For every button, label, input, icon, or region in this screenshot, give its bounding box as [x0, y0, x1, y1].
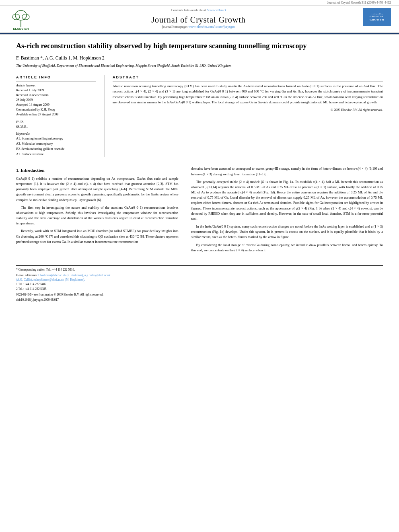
doi-line: doi:10.1016/j.jcrysgro.2009.08.017 [16, 298, 383, 302]
accepted-date: Accepted 14 August 2009 [16, 103, 96, 107]
keywords-label: Keywords: [16, 132, 96, 136]
body-col-left: 1. Introduction GaAs(0 0 1) exhibits a n… [16, 166, 185, 255]
abstract-label: ABSTRACT [113, 75, 383, 79]
body-para-3: Recently, work with an STM integrated in… [16, 228, 179, 244]
abstract-col: ABSTRACT Atomic resolution scanning tunn… [105, 75, 383, 157]
homepage-url[interactable]: www.elsevier.com/locate/jcrysgro [189, 25, 235, 29]
journal-citation: Journal of Crystal Growth 311 (2009) 447… [327, 1, 391, 4]
keyword-4: A1. Surface structure [16, 152, 96, 157]
available-online: Available online 27 August 2009 [16, 112, 96, 117]
pacs-label: PACS: [16, 120, 96, 124]
main-body: 1. Introduction GaAs(0 0 1) exhibits a n… [0, 161, 399, 260]
received-revised: Received in revised form28 July 2009 [16, 93, 96, 103]
header-middle: ELSEVIER Contents lists available at Sci… [0, 6, 399, 33]
note1: 1 Tel.: +44 114 222 5407. [16, 282, 383, 286]
keyword-1: A1. Scanning tunnelling microscopy [16, 136, 96, 142]
keyword-2: A3. Molecular beam epitaxy [16, 142, 96, 147]
received-date: Received 1 July 2009 [16, 88, 96, 93]
affiliation: The University of Sheffield, Department … [16, 64, 383, 68]
email-line2: (A.G. Cullis), m.hopkinson@shef.ac.uk (M… [16, 277, 383, 282]
keywords-section: Keywords: A1. Scanning tunnelling micros… [16, 132, 96, 157]
reviewed-by-text: reviewed by [371, 13, 383, 15]
communicated-by: Communicated by K.H. Ploog [16, 107, 96, 112]
body-col-right: domains have been assumed to correspond … [185, 166, 383, 255]
header-top-bar: Journal of Crystal Growth 311 (2009) 447… [0, 0, 399, 6]
sciencedirect-link[interactable]: ScienceDirect [207, 8, 226, 12]
body-para-4: domains have been assumed to correspond … [191, 166, 383, 177]
body-para-5: The generally accepted stable (2 × 4) mo… [191, 179, 383, 222]
note2: 2 Tel.: +44 114 222 5385. [16, 287, 383, 291]
homepage-text: journal homepage: www.elsevier.com/locat… [42, 25, 355, 29]
pacs-section: PACS: 68.35.B– [16, 120, 96, 129]
journal-name: Journal of Crystal Growth [42, 15, 355, 25]
body-para-1: GaAs(0 0 1) exhibits a number of reconst… [16, 176, 179, 203]
elsevier-logo: ELSEVIER [8, 8, 34, 31]
pacs-value: 68.35.B– [16, 125, 96, 129]
svg-text:ELSEVIER: ELSEVIER [13, 27, 29, 30]
article-title: As-rich reconstruction stability observe… [16, 41, 383, 51]
logo-title: CRYSTALGROWTH [370, 15, 384, 22]
body-para-2: The first step in investigating the natu… [16, 205, 179, 226]
history-label: Article history: [16, 84, 96, 87]
section1-title: 1. Introduction [16, 167, 179, 174]
body-para-6: In the InAs/GaAs(0 0 1) system, many suc… [191, 224, 383, 240]
divider1 [16, 82, 96, 82]
page-wrapper: Journal of Crystal Growth 311 (2009) 447… [0, 0, 399, 532]
email-line: E-mail addresses: f.bastiman@shef.ac.uk … [16, 273, 383, 277]
authors: F. Bastiman *, A.G. Cullis 1, M. Hopkins… [16, 55, 383, 61]
abstract-text: Atomic resolution scanning tunnelling mi… [113, 84, 383, 105]
contents-available: Contents lists available at ScienceDirec… [42, 8, 355, 12]
article-info-abstract-section: ARTICLE INFO Article history: Received 1… [0, 71, 399, 161]
footer-section: * Corresponding author. Tel.: +44 114 22… [0, 262, 399, 305]
divider2 [113, 82, 383, 82]
issn-line: 0022-0248/$ - see front matter © 2009 El… [16, 293, 383, 296]
keyword-3: B2. Semiconducting gallium arsenide [16, 147, 96, 152]
header-center-block: Contents lists available at ScienceDirec… [34, 8, 363, 29]
body-para-7: By considering the local storage of exce… [191, 242, 383, 253]
crystal-growth-logo: reviewed by CRYSTALGROWTH [363, 8, 391, 26]
article-title-section: As-rich reconstruction stability observe… [0, 35, 399, 71]
copyright: © 2009 Elsevier B.V. All rights reserved… [113, 108, 383, 112]
article-info-label: ARTICLE INFO [16, 75, 96, 79]
history-group: Article history: Received 1 July 2009 Re… [16, 84, 96, 117]
article-info-col: ARTICLE INFO Article history: Received 1… [16, 75, 105, 157]
corresponding-note: * Corresponding author. Tel.: +44 114 22… [16, 265, 383, 272]
